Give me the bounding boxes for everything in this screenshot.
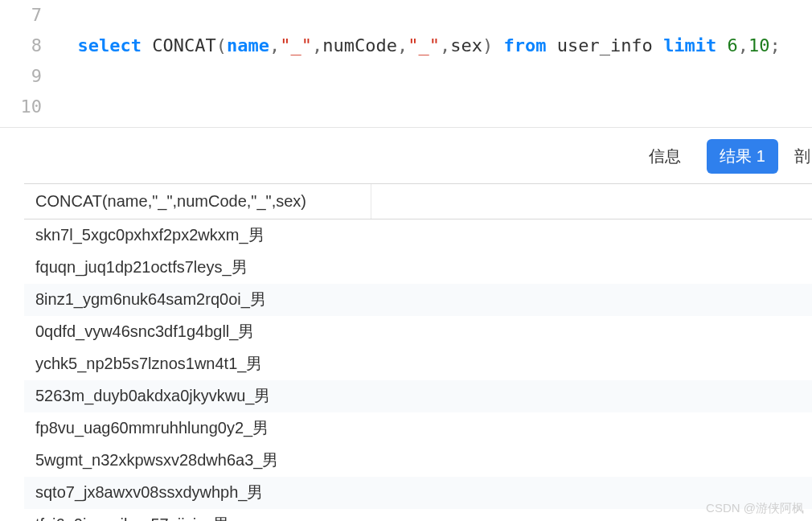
table-row[interactable]: skn7l_5xgc0pxhxf2px2wkxm_男: [24, 219, 812, 252]
sql-editor[interactable]: 78910 select CONCAT(name,"_",numCode,"_"…: [0, 0, 812, 122]
code-area[interactable]: select CONCAT(name,"_",numCode,"_",sex) …: [56, 0, 812, 122]
table-row[interactable]: 0qdfd_vyw46snc3df1g4bgll_男: [24, 316, 812, 348]
table-row[interactable]: fquqn_juq1dp21octfs7leys_男: [24, 252, 812, 284]
table-cell[interactable]: 8inz1_ygm6nuk64sam2rq0oi_男: [24, 284, 277, 315]
table-row[interactable]: 8inz1_ygm6nuk64sam2rq0oi_男: [24, 284, 812, 316]
code-line[interactable]: [56, 0, 812, 31]
result-grid: CONCAT(name,"_",numCode,"_",sex) skn7l_5…: [24, 183, 812, 521]
table-row[interactable]: 5wgmt_n32xkpwsxv28dwh6a3_男: [24, 445, 812, 477]
table-cell[interactable]: ychk5_np2b5s7lznos1wn4t1_男: [24, 348, 273, 379]
table-cell[interactable]: 5263m_duyb0akdxa0jkyvkwu_男: [24, 380, 281, 412]
line-number: 7: [0, 0, 42, 31]
line-number: 9: [0, 61, 42, 92]
tab-info[interactable]: 信息: [638, 141, 692, 172]
code-line[interactable]: [56, 61, 812, 92]
table-cell[interactable]: fquqn_juq1dp21octfs7leys_男: [24, 252, 259, 283]
tab-cut-partial[interactable]: 剖: [793, 141, 812, 172]
line-gutter: 78910: [0, 0, 56, 122]
table-row[interactable]: tfci6_0jwrqcjbae57ujjsjz_男: [24, 509, 812, 521]
tab-result[interactable]: 结果 1: [707, 139, 778, 174]
table-cell[interactable]: sqto7_jx8awxv08ssxdywhph_男: [24, 477, 275, 508]
code-line[interactable]: select CONCAT(name,"_",numCode,"_",sex) …: [56, 31, 812, 61]
line-number: 8: [0, 31, 42, 61]
table-cell[interactable]: skn7l_5xgc0pxhxf2px2wkxm_男: [24, 219, 276, 251]
watermark: CSDN @游侠阿枫: [706, 501, 804, 516]
column-header[interactable]: CONCAT(name,"_",numCode,"_",sex): [24, 184, 371, 219]
grid-header-row: CONCAT(name,"_",numCode,"_",sex): [24, 184, 812, 219]
table-row[interactable]: 5263m_duyb0akdxa0jkyvkwu_男: [24, 380, 812, 412]
line-number: 10: [0, 92, 42, 122]
table-row[interactable]: sqto7_jx8awxv08ssxdywhph_男: [24, 477, 812, 509]
table-cell[interactable]: fp8vu_uag60mmruhhlung0y2_男: [24, 412, 280, 444]
table-cell[interactable]: 5wgmt_n32xkpwsxv28dwh6a3_男: [24, 445, 289, 476]
result-tabs: 信息 结果 1 剖: [0, 128, 812, 183]
table-cell[interactable]: tfci6_0jwrqcjbae57ujjsjz_男: [24, 509, 240, 521]
table-cell[interactable]: 0qdfd_vyw46snc3df1g4bgll_男: [24, 316, 265, 347]
table-row[interactable]: ychk5_np2b5s7lznos1wn4t1_男: [24, 348, 812, 380]
grid-body: skn7l_5xgc0pxhxf2px2wkxm_男fquqn_juq1dp21…: [24, 219, 812, 521]
table-row[interactable]: fp8vu_uag60mmruhhlung0y2_男: [24, 412, 812, 445]
code-line[interactable]: [56, 92, 812, 122]
